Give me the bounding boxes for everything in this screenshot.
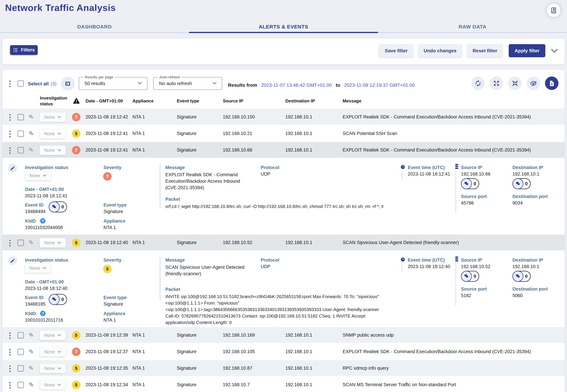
undo-changes-button[interactable]: Undo changes [418, 44, 462, 57]
row-kebab-menu-icon[interactable] [9, 240, 11, 246]
cell-destination-ip: 192.168.10.1 [285, 109, 312, 125]
row-checkbox[interactable] [17, 332, 24, 338]
row-kebab-menu-icon[interactable] [9, 114, 11, 121]
investigation-status-dropdown[interactable]: None [40, 129, 66, 139]
row-kebab-menu-icon[interactable] [9, 147, 11, 154]
investigation-status-dropdown[interactable]: None [25, 171, 51, 181]
destination-ip-comments-pill[interactable]: 0 [512, 271, 531, 282]
severity-warning-icon[interactable] [73, 93, 80, 109]
export-button[interactable] [545, 77, 558, 90]
auto-refresh-select[interactable]: Auto-refresh No auto refresh [153, 77, 222, 90]
annotate-button[interactable] [8, 164, 17, 173]
event-type-label: Event type [103, 295, 127, 300]
row-comments-icon[interactable] [28, 114, 34, 120]
refresh-button[interactable] [471, 77, 485, 90]
select-all-checkbox[interactable] [17, 81, 24, 87]
range-end-link[interactable]: 2023-11-09 12:19:37 GMT+01:00 [344, 83, 415, 88]
row-kebab-menu-icon[interactable] [9, 349, 11, 356]
header-event-type[interactable]: Event type [177, 93, 199, 109]
event-row[interactable]: None 7 2023-11-08 19:12:37 NTA 1 Signatu… [2, 344, 565, 360]
row-comments-icon[interactable] [28, 147, 34, 153]
header-appliance[interactable]: Appliance [132, 93, 154, 109]
destination-ip-comments-pill[interactable]: 0 [512, 178, 531, 189]
event-row[interactable]: None 5 2023-11-08 19:12:39 NTA 1 Signatu… [2, 327, 565, 344]
header-investigation-status[interactable]: Investigation status [40, 93, 73, 109]
save-filter-button[interactable]: Save filter [379, 44, 413, 57]
row-comments-icon[interactable] [28, 332, 34, 338]
row-kebab-menu-icon[interactable] [9, 332, 11, 339]
destination-ip-value: 192.168.10.1 [512, 171, 539, 177]
row-checkbox[interactable] [17, 240, 24, 246]
comments-icon [49, 201, 60, 212]
row-comments-icon[interactable] [28, 365, 34, 371]
investigation-status-dropdown[interactable]: None [40, 145, 66, 155]
range-start-link[interactable]: 2023-11-07 13:46:42 GMT+01:00 [261, 83, 332, 88]
appliance-label: Appliance [103, 219, 126, 224]
event-row[interactable]: None 5 2023-11-08 19:12:35 NTA 1 Signatu… [2, 360, 565, 377]
header-destination-ip[interactable]: Destination IP [285, 93, 315, 109]
source-ip-comments-pill[interactable]: 0 [461, 271, 479, 282]
source-ip-comments-pill[interactable]: 0 [461, 178, 479, 189]
select-all-label[interactable]: Select all [28, 81, 49, 87]
filters-button[interactable]: Filters [10, 45, 38, 55]
investigation-status-dropdown[interactable]: None [40, 364, 66, 373]
file-download-icon [548, 80, 555, 87]
investigation-status-value: None [44, 333, 55, 338]
row-checkbox[interactable] [17, 131, 24, 137]
documentation-button[interactable] [547, 4, 560, 17]
pencil-icon [10, 258, 15, 263]
event-row[interactable]: None 7 2023-11-08 19:12:42 NTA 1 Signatu… [2, 109, 565, 126]
tab-raw-data[interactable]: RAW DATA [378, 22, 567, 32]
apply-filter-button[interactable]: Apply filter [509, 44, 545, 57]
row-comments-icon[interactable] [28, 382, 34, 388]
row-checkbox[interactable] [17, 382, 24, 388]
row-kebab-menu-icon[interactable] [9, 382, 11, 389]
toolbar-kebab-menu-icon[interactable] [9, 81, 11, 87]
event-time-connector [402, 171, 402, 179]
event-row[interactable]: None 5 2023-11-08 19:12:40 NTA 1 Signatu… [2, 235, 565, 251]
row-kebab-menu-icon[interactable] [9, 131, 11, 137]
tab-dashboard[interactable]: DASHBOARD [0, 22, 189, 32]
collapse-filters-chevron-icon[interactable] [550, 47, 558, 54]
event-row[interactable]: None 5 2023-11-08 19:12:41 NTA 1 Signatu… [2, 126, 565, 142]
investigation-status-dropdown[interactable]: None [40, 330, 66, 340]
cell-source-ip: 192.168.10.87 [223, 360, 252, 376]
investigation-status-dropdown[interactable]: None [40, 238, 66, 248]
row-checkbox[interactable] [17, 147, 24, 154]
row-checkbox[interactable] [17, 349, 24, 355]
investigation-status-dropdown[interactable]: None [25, 263, 51, 273]
row-comments-icon[interactable] [28, 131, 34, 137]
collapse-rows-button[interactable] [508, 77, 522, 90]
event-id-comments-pill[interactable]: 0 [49, 201, 67, 212]
row-kebab-menu-icon[interactable] [9, 365, 11, 372]
event-id-label: Event ID [25, 202, 43, 208]
row-checkbox[interactable] [17, 365, 24, 372]
help-icon[interactable]: ? [39, 310, 46, 317]
row-checkbox[interactable] [17, 114, 24, 120]
severity-badge: 7 [72, 146, 81, 154]
panel-divider [160, 164, 160, 208]
appliance-value: NTA 1 [103, 318, 116, 323]
hide-button[interactable] [527, 77, 540, 90]
reset-filter-button[interactable]: Reset filter [467, 44, 503, 57]
header-message[interactable]: Message [343, 93, 361, 109]
column-settings-button[interactable] [61, 77, 75, 91]
event-id-value: 19468185 [25, 302, 45, 307]
header-source-ip[interactable]: Source IP [223, 93, 243, 109]
investigation-status-dropdown[interactable]: None [40, 347, 66, 357]
event-row[interactable]: None 5 2023-11-08 19:12:34 NTA 1 Signatu… [2, 377, 565, 392]
row-comments-icon[interactable] [28, 349, 34, 355]
event-row[interactable]: None 7 2023-11-08 19:12:41 NTA 1 Signatu… [2, 142, 565, 158]
event-time-connector [402, 264, 402, 272]
event-id-comments-pill[interactable]: 0 [49, 294, 67, 305]
tab-alerts-events[interactable]: ALERTS & EVENTS [189, 22, 378, 32]
header-date[interactable]: Date - GMT+01:00 [85, 93, 123, 109]
results-per-page-select[interactable]: Results per page 50 results [79, 77, 147, 90]
help-icon[interactable]: ? [39, 217, 46, 224]
annotate-button[interactable] [8, 256, 17, 265]
expand-rows-button[interactable] [490, 77, 503, 90]
investigation-status-dropdown[interactable]: None [40, 112, 66, 122]
investigation-status-dropdown[interactable]: None [40, 380, 66, 390]
row-comments-icon[interactable] [28, 240, 34, 246]
chevron-down-icon [57, 149, 61, 152]
